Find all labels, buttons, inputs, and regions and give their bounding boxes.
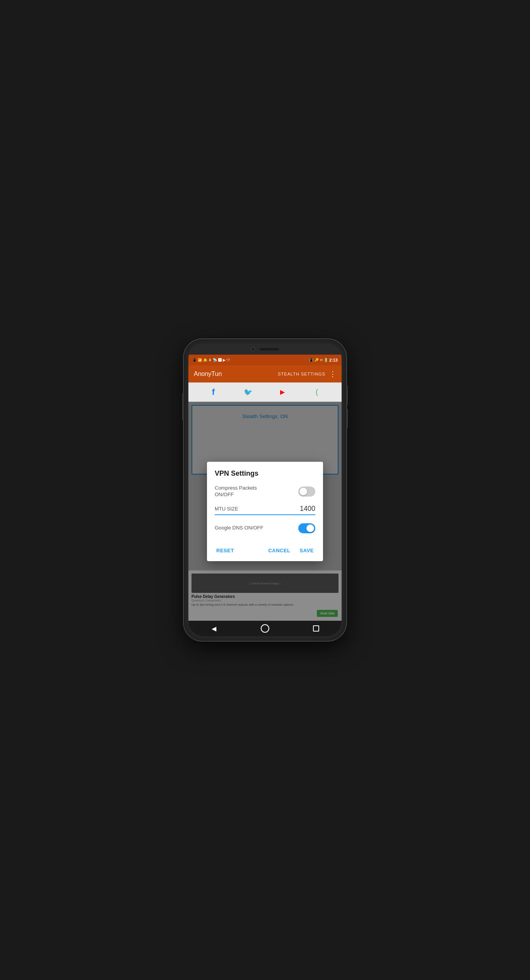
recents-button[interactable]	[310, 623, 322, 634]
dialog-actions-right: CANCEL SAVE	[267, 545, 315, 557]
paypal-icon: 🅿	[218, 358, 222, 362]
google-dns-label: Google DNS ON/OFF	[215, 525, 263, 531]
youtube-icon: ▶	[280, 388, 285, 396]
compress-packets-label: Compress Packets ON/OFF	[215, 485, 277, 498]
mtu-size-row: MTU SIZE	[215, 505, 315, 515]
save-button[interactable]: SAVE	[298, 545, 315, 557]
google-dns-row: Google DNS ON/OFF	[215, 521, 315, 535]
vpn-key-icon: 🔑	[315, 358, 319, 362]
mtu-size-label: MTU SIZE	[215, 506, 238, 512]
main-content: Stealth Settings: ON TX MB [ Circuit Boa…	[188, 402, 342, 621]
play-icon: ▶	[223, 358, 226, 362]
phone-frame: 📱 📶 🔔 ⬇ 📡 🅿 ▶ 🛡 📳 🔑 H 🔋 2:13	[184, 339, 346, 641]
reset-button[interactable]: RESET	[215, 545, 236, 557]
dialog-actions: RESET CANCEL SAVE	[215, 541, 315, 557]
cancel-button[interactable]: CANCEL	[267, 545, 292, 557]
compress-packets-toggle-thumb	[299, 488, 307, 495]
app-title: AnonyTun	[194, 370, 222, 377]
notification-icon: 🔔	[203, 358, 207, 362]
status-time: 2:13	[329, 358, 338, 362]
twitter-button[interactable]: 🐦	[241, 387, 255, 398]
overflow-menu-button[interactable]: ⋮	[329, 370, 336, 377]
app-bar: AnonyTun STEALTH SETTINGS ⋮	[188, 365, 342, 382]
youtube-button[interactable]: ▶	[276, 387, 289, 398]
whatsapp-icon: 📱	[192, 358, 197, 362]
stealth-settings-label: STEALTH SETTINGS	[278, 372, 325, 376]
twitter-icon: 🐦	[244, 388, 252, 396]
front-camera	[251, 347, 255, 351]
back-icon: ◀	[212, 625, 216, 632]
dialog-overlay: VPN Settings Compress Packets ON/OFF MTU…	[188, 402, 342, 621]
app-bar-right: STEALTH SETTINGS ⋮	[278, 370, 336, 377]
home-button[interactable]	[259, 623, 271, 634]
signal-strength-icon: H	[320, 358, 323, 362]
facebook-button[interactable]: f	[207, 387, 220, 398]
google-dns-toggle-thumb	[306, 524, 314, 532]
dialog-title: VPN Settings	[215, 470, 315, 478]
compress-packets-row: Compress Packets ON/OFF	[215, 485, 315, 499]
status-bar: 📱 📶 🔔 ⬇ 📡 🅿 ▶ 🛡 📳 🔑 H 🔋 2:13	[188, 355, 342, 365]
nav-bar: ◀	[188, 621, 342, 636]
power-button	[182, 393, 184, 420]
shield-icon: 🛡	[227, 358, 230, 362]
vpn-settings-dialog: VPN Settings Compress Packets ON/OFF MTU…	[207, 462, 323, 561]
vibrate-icon: 📳	[309, 358, 313, 362]
phone-screen: 📱 📶 🔔 ⬇ 📡 🅿 ▶ 🛡 📳 🔑 H 🔋 2:13	[188, 344, 342, 636]
compress-packets-toggle[interactable]	[298, 487, 315, 497]
wifi-icon: 📡	[213, 358, 217, 362]
phone-top-bar	[188, 344, 342, 355]
download-icon: ⬇	[209, 358, 212, 362]
battery-icon: 🔋	[324, 358, 328, 362]
volume-up-button	[346, 386, 348, 405]
earpiece-speaker	[260, 348, 279, 350]
status-left-icons: 📱 📶 🔔 ⬇ 📡 🅿 ▶ 🛡	[192, 358, 230, 362]
back-button[interactable]: ◀	[208, 623, 220, 634]
signal-icon: 📶	[198, 358, 202, 362]
facebook-icon: f	[212, 387, 215, 397]
share-icon: ⟨	[315, 388, 318, 397]
volume-down-button	[346, 409, 348, 428]
recents-icon	[313, 625, 319, 632]
google-dns-toggle[interactable]	[298, 523, 315, 533]
mtu-size-input[interactable]	[284, 505, 315, 513]
share-button[interactable]: ⟨	[310, 387, 323, 398]
social-bar: f 🐦 ▶ ⟨	[188, 382, 342, 402]
status-right-icons: 📳 🔑 H 🔋 2:13	[309, 358, 338, 362]
home-icon	[261, 624, 269, 633]
screen: 📱 📶 🔔 ⬇ 📡 🅿 ▶ 🛡 📳 🔑 H 🔋 2:13	[188, 355, 342, 636]
